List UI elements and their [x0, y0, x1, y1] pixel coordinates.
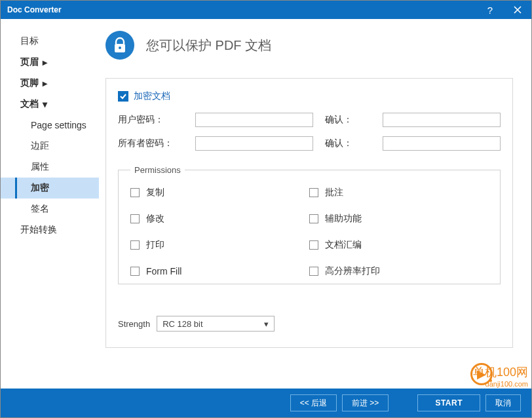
permissions-group: Permissions 复制 批注 修改 辅助功能 打印 文档汇编 Form F… — [118, 165, 501, 284]
sidebar: 目标 页眉▸ 页脚▸ 文档▾ Page settings 边距 属性 加密 签名… — [1, 19, 99, 389]
settings-panel: 加密文档 用户密码： 确认： 所有者密码： 确认： Permissions 复制… — [105, 78, 513, 348]
perm-accessibility-checkbox[interactable] — [309, 214, 318, 223]
owner-confirm-label: 确认： — [325, 138, 371, 149]
user-password-input[interactable] — [195, 113, 313, 127]
perm-copy-label: 复制 — [146, 187, 164, 199]
perm-hires-checkbox[interactable] — [309, 267, 318, 276]
sidebar-item-label: 页眉 — [20, 56, 39, 68]
encrypt-checkbox[interactable] — [118, 91, 128, 102]
sidebar-item-target[interactable]: 目标 — [1, 31, 99, 52]
sidebar-item-label: 文档 — [20, 98, 39, 110]
page-title: 您可以保护 PDF 文档 — [146, 37, 271, 54]
sidebar-item-label: 签名 — [31, 203, 49, 215]
sidebar-item-document[interactable]: 文档▾ — [1, 94, 99, 115]
check-icon — [119, 92, 127, 100]
perm-assemble-checkbox[interactable] — [309, 240, 318, 250]
button-label: << 后退 — [300, 398, 327, 409]
lock-icon — [105, 31, 134, 60]
strength-label: Strength — [118, 319, 150, 329]
sidebar-item-footer[interactable]: 页脚▸ — [1, 73, 99, 94]
sidebar-item-label: 边距 — [31, 140, 49, 152]
user-confirm-input[interactable] — [383, 113, 501, 127]
perm-print-checkbox[interactable] — [130, 240, 140, 250]
sidebar-item-label: 开始转换 — [20, 224, 57, 236]
owner-confirm-input[interactable] — [383, 136, 501, 151]
chevron-down-icon: ▾ — [264, 319, 269, 329]
forward-button[interactable]: 前进 >> — [342, 394, 389, 411]
svg-point-1 — [119, 47, 121, 49]
titlebar: Doc Converter ? — [1, 1, 531, 19]
button-label: START — [435, 398, 463, 408]
sidebar-item-label: Page settings — [31, 120, 86, 130]
start-button[interactable]: START — [417, 394, 480, 411]
app-title: Doc Converter — [7, 5, 62, 14]
back-button[interactable]: << 后退 — [290, 394, 337, 411]
sidebar-item-properties[interactable]: 属性 — [1, 157, 99, 178]
perm-modify-checkbox[interactable] — [130, 214, 140, 223]
chevron-right-icon: ▸ — [43, 78, 47, 88]
encrypt-label: 加密文档 — [134, 90, 170, 102]
strength-value: RC 128 bit — [162, 319, 202, 329]
sidebar-item-margins[interactable]: 边距 — [1, 136, 99, 157]
user-password-label: 用户密码： — [118, 114, 183, 126]
close-icon — [514, 6, 522, 14]
close-button[interactable] — [504, 1, 531, 19]
help-button[interactable]: ? — [476, 1, 504, 19]
user-confirm-label: 确认： — [325, 114, 371, 126]
perm-print-label: 打印 — [146, 239, 164, 251]
sidebar-item-encrypt[interactable]: 加密 — [1, 178, 99, 199]
sidebar-item-sign[interactable]: 签名 — [1, 199, 99, 219]
owner-password-label: 所有者密码： — [118, 138, 183, 149]
perm-copy-checkbox[interactable] — [130, 188, 140, 197]
sidebar-item-page-settings[interactable]: Page settings — [1, 115, 99, 136]
chevron-down-icon: ▾ — [43, 99, 47, 109]
permissions-legend: Permissions — [130, 165, 185, 175]
perm-assemble-label: 文档汇编 — [325, 239, 362, 251]
owner-password-input[interactable] — [195, 136, 313, 151]
perm-modify-label: 修改 — [146, 213, 164, 225]
perm-hires-label: 高分辨率打印 — [325, 265, 380, 277]
footer: << 后退 前进 >> START 取消 — [1, 389, 531, 417]
main-panel: 您可以保护 PDF 文档 加密文档 用户密码： 确认： 所有者密码： 确认： — [99, 19, 531, 389]
sidebar-item-start-convert[interactable]: 开始转换 — [1, 219, 99, 240]
strength-select[interactable]: RC 128 bit ▾ — [157, 316, 275, 332]
sidebar-item-label: 页脚 — [20, 77, 39, 89]
perm-accessibility-label: 辅助功能 — [325, 213, 362, 225]
chevron-right-icon: ▸ — [43, 57, 47, 67]
perm-formfill-checkbox[interactable] — [130, 267, 140, 276]
perm-annotate-checkbox[interactable] — [309, 188, 318, 197]
perm-formfill-label: Form Fill — [146, 266, 181, 276]
sidebar-item-label: 属性 — [31, 161, 49, 173]
cancel-button[interactable]: 取消 — [485, 394, 521, 411]
sidebar-item-header[interactable]: 页眉▸ — [1, 52, 99, 73]
sidebar-item-label: 目标 — [20, 35, 39, 47]
sidebar-item-label: 加密 — [31, 182, 49, 194]
button-label: 前进 >> — [352, 398, 379, 409]
perm-annotate-label: 批注 — [325, 187, 343, 199]
button-label: 取消 — [495, 398, 511, 409]
